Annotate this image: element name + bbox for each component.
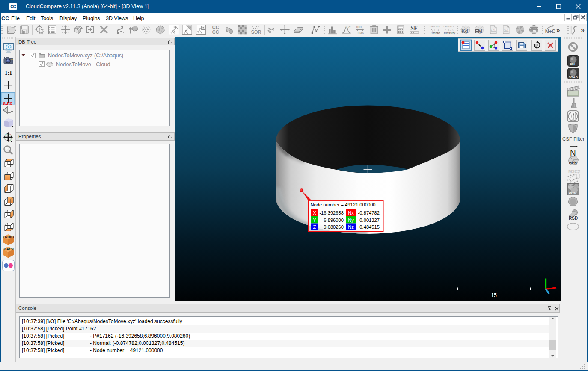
svg-text:Z: Z <box>313 224 316 230</box>
svg-text:-0.874782: -0.874782 <box>358 210 380 215</box>
svg-text:»: » <box>556 26 560 34</box>
svg-text:-16.392658: -16.392658 <box>319 210 344 215</box>
svg-text:NodesToMove - Cloud: NodesToMove - Cloud <box>56 61 110 68</box>
svg-text:Node number = 49121.000000: Node number = 49121.000000 <box>311 202 376 207</box>
svg-text:0.001327: 0.001327 <box>359 218 380 223</box>
svg-text:min: min <box>356 25 362 29</box>
svg-text:max: max <box>358 31 364 35</box>
svg-text:EDL: EDL <box>570 62 576 66</box>
svg-text:M3C2: M3C2 <box>568 169 580 174</box>
svg-text:CSF Filter: CSF Filter <box>562 136 585 141</box>
svg-text:CSV: CSV <box>504 29 509 32</box>
svg-text:FM: FM <box>475 29 482 34</box>
svg-text:→○: →○ <box>449 29 454 32</box>
svg-text:SF: SF <box>410 25 417 32</box>
svg-text:PCV: PCV <box>569 191 577 195</box>
svg-text:Kd: Kd <box>461 29 468 34</box>
svg-text:HPR: HPR <box>569 161 578 165</box>
svg-text:CANUPO: CANUPO <box>443 25 454 28</box>
svg-text:N+C: N+C <box>545 29 555 35</box>
svg-text:6.896000: 6.896000 <box>324 218 344 223</box>
svg-text:FRONT: FRONT <box>3 235 15 239</box>
svg-text:Nx: Nx <box>348 210 354 215</box>
svg-text:0.484515: 0.484515 <box>359 224 380 230</box>
svg-text:CC: CC <box>212 29 219 35</box>
svg-text:→²: →² <box>436 29 439 32</box>
svg-text:Classify: Classify <box>444 32 456 35</box>
svg-text:»: » <box>581 26 585 34</box>
svg-text:Y: Y <box>313 218 316 223</box>
svg-text:RSD: RSD <box>569 216 578 221</box>
svg-text:BACK: BACK <box>4 247 15 251</box>
svg-text:SOR: SOR <box>251 29 261 35</box>
svg-text:Nz: Nz <box>348 224 354 230</box>
svg-text:Ny: Ny <box>348 218 354 223</box>
svg-text:auto: auto <box>3 100 12 106</box>
svg-text:SSAO: SSAO <box>569 75 578 79</box>
svg-text:SHP: SHP <box>491 29 496 32</box>
svg-text:9.080260: 9.080260 <box>324 224 344 230</box>
svg-text:1:1: 1:1 <box>5 70 12 76</box>
svg-text:15: 15 <box>491 292 497 298</box>
svg-text:CANUPO: CANUPO <box>430 25 440 28</box>
svg-text:N: N <box>570 148 576 157</box>
svg-text:X: X <box>313 210 316 215</box>
svg-text:Create: Create <box>431 32 440 35</box>
svg-text:NodesToMove.xyz (C:/Abaqus): NodesToMove.xyz (C:/Abaqus) <box>48 52 123 59</box>
